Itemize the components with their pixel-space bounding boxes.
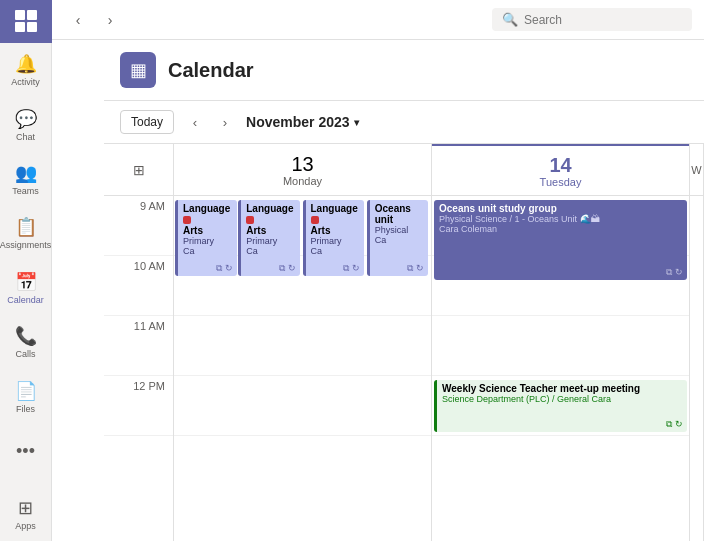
event-icon-repeat4: ↻ [416, 263, 424, 274]
chat-icon: 💬 [15, 108, 37, 130]
sidebar-item-assignments[interactable]: 📋 Assignments [0, 206, 52, 260]
event-sub2-ousg: Cara Coleman [439, 224, 682, 234]
event-icon-repeat-wstm: ↻ [675, 419, 683, 430]
back-button[interactable]: ‹ [64, 6, 92, 34]
calendar-toolbar: Today ‹ › November 2023 ▾ [104, 101, 704, 144]
activity-icon: 🔔 [15, 53, 37, 75]
day-col-tuesday: 14 Tuesday Oceans unit study group Physi… [432, 144, 690, 541]
event-icon-repeat3: ↻ [352, 263, 360, 274]
sidebar-label-calendar: Calendar [7, 295, 44, 305]
day-body-tuesday: Oceans unit study group Physical Science… [432, 196, 689, 541]
day-name-tuesday: Tuesday [540, 176, 582, 188]
svg-rect-0 [15, 10, 25, 20]
svg-rect-1 [27, 10, 37, 20]
event-icon-repeat2: ↻ [288, 263, 296, 274]
day-columns: 13 Monday Language Arts Primary Ca ⧉ [174, 144, 704, 541]
calendar-app-icon: ▦ [120, 52, 156, 88]
prev-month-button[interactable]: ‹ [182, 109, 208, 135]
event-language-arts-2[interactable]: Language Arts Primary Ca ⧉ ↻ [238, 200, 300, 276]
event-weekly-science[interactable]: Weekly Science Teacher meet-up meeting S… [434, 380, 687, 432]
topbar: ‹ › 🔍 [52, 0, 704, 40]
sidebar-item-files[interactable]: 📄 Files [0, 370, 52, 424]
today-button[interactable]: Today [120, 110, 174, 134]
sidebar-item-calls[interactable]: 📞 Calls [0, 315, 52, 369]
event-icon-repeat-ousg: ↻ [675, 267, 683, 278]
sidebar-label-apps: Apps [15, 521, 36, 531]
month-dropdown-icon: ▾ [354, 117, 359, 128]
sidebar-label-activity: Activity [11, 77, 40, 87]
sidebar-label-chat: Chat [16, 132, 35, 142]
svg-rect-3 [27, 22, 37, 32]
time-slot-12pm: 12 PM [104, 376, 173, 436]
partial-header: W [690, 144, 703, 196]
time-slot-9am: 9 AM [104, 196, 173, 256]
day-header-monday: 13 Monday [174, 144, 431, 196]
event-icon-share2: ⧉ [279, 263, 285, 274]
sidebar-item-teams[interactable]: 👥 Teams [0, 152, 52, 206]
day-num-tuesday: 14 [549, 154, 571, 176]
calendar-header: ▦ Calendar [104, 40, 704, 101]
event-language-arts-3[interactable]: Language Arts Primary Ca ⧉ ↻ [303, 200, 365, 276]
event-language-arts-1[interactable]: Language Arts Primary Ca ⧉ ↻ [175, 200, 237, 276]
event-sub-wstm: Science Department (PLC) / General Cara [442, 394, 682, 404]
event-icon-share1: ⧉ [216, 263, 222, 274]
hour-line-11 [174, 316, 431, 376]
sidebar-item-more[interactable]: ••• [0, 424, 52, 478]
calendar-icon: 📅 [15, 271, 37, 293]
apps-icon: ⊞ [18, 497, 33, 519]
event-icon-share3: ⧉ [343, 263, 349, 274]
more-icon: ••• [16, 441, 35, 462]
nav-controls: ‹ › [64, 6, 124, 34]
search-box[interactable]: 🔍 [492, 8, 692, 31]
event-title-ousg: Oceans unit study group [439, 203, 682, 214]
event-oceans-study-group[interactable]: Oceans unit study group Physical Science… [434, 200, 687, 280]
calendar-icon-glyph: ▦ [130, 59, 147, 81]
time-slot-10am: 10 AM [104, 256, 173, 316]
event-icon-share-wstm: ⧉ [666, 419, 672, 430]
sidebar-item-activity[interactable]: 🔔 Activity [0, 43, 52, 97]
sidebar-label-teams: Teams [12, 186, 39, 196]
search-input[interactable] [524, 13, 682, 27]
main-content: ▦ Calendar Today ‹ › November 2023 ▾ ⊞ 9… [104, 40, 704, 541]
day-num-monday: 13 [291, 153, 313, 175]
event-title-wstm: Weekly Science Teacher meet-up meeting [442, 383, 682, 394]
event-sub-ousg: Physical Science / 1 - Oceans Unit 🌊🏔 [439, 214, 682, 224]
teams-icon: 👥 [15, 162, 37, 184]
day-header-tuesday: 14 Tuesday [432, 144, 689, 196]
day-col-partial: W [690, 144, 704, 541]
month-navigation: ‹ › [182, 109, 238, 135]
time-header-spacer: ⊞ [104, 144, 173, 196]
forward-button[interactable]: › [96, 6, 124, 34]
week-view-icon[interactable]: ⊞ [104, 144, 173, 195]
next-month-button[interactable]: › [212, 109, 238, 135]
files-icon: 📄 [15, 380, 37, 402]
event-icon-share-ousg: ⧉ [666, 267, 672, 278]
page-title: Calendar [168, 59, 254, 82]
assignments-icon: 📋 [15, 216, 37, 238]
time-column: ⊞ 9 AM 10 AM 11 AM 12 PM [104, 144, 174, 541]
sidebar: 🔔 Activity 💬 Chat 👥 Teams 📋 Assignments … [0, 0, 52, 541]
search-icon: 🔍 [502, 12, 518, 27]
sidebar-item-apps[interactable]: ⊞ Apps [0, 487, 52, 541]
event-icon-repeat1: ↻ [225, 263, 233, 274]
event-oceans-unit[interactable]: Oceansunit Physical Ca ⧉ ↻ [367, 200, 429, 276]
sidebar-item-chat[interactable]: 💬 Chat [0, 97, 52, 151]
hour-line-12 [174, 376, 431, 436]
sidebar-item-calendar[interactable]: 📅 Calendar [0, 261, 52, 315]
sidebar-label-assignments: Assignments [0, 240, 51, 250]
calendar-grid: ⊞ 9 AM 10 AM 11 AM 12 PM 13 Monday [104, 144, 704, 541]
app-logo [0, 0, 52, 43]
day-body-monday: Language Arts Primary Ca ⧉ ↻ Language Ar… [174, 196, 431, 541]
svg-rect-2 [15, 22, 25, 32]
tue-hour-11 [432, 316, 689, 376]
day-col-monday: 13 Monday Language Arts Primary Ca ⧉ [174, 144, 432, 541]
time-slot-11am: 11 AM [104, 316, 173, 376]
sidebar-label-files: Files [16, 404, 35, 414]
month-label[interactable]: November 2023 ▾ [246, 114, 359, 130]
event-icon-share4: ⧉ [407, 263, 413, 274]
day-name-monday: Monday [283, 175, 322, 187]
sidebar-label-calls: Calls [15, 349, 35, 359]
calls-icon: 📞 [15, 325, 37, 347]
month-text: November 2023 [246, 114, 350, 130]
